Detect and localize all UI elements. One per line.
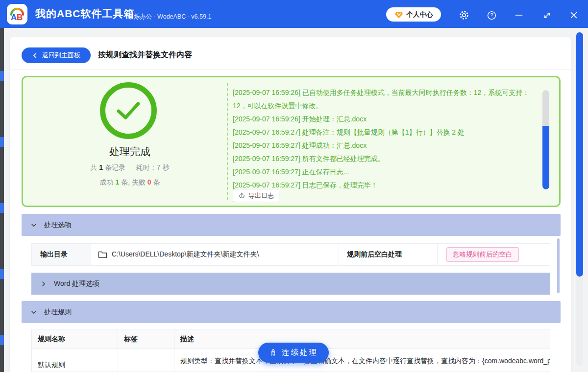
vip-gem-icon (394, 10, 403, 19)
column-header-rule-name: 规则名称 (32, 329, 118, 349)
header-divider (10, 70, 571, 70)
result-summary-line: 共 1 条记录 耗时：7 秒 (23, 163, 237, 172)
log-line: [2025-09-07 16:59:27] 正在保存日志... (233, 165, 542, 179)
success-count: 1 (115, 178, 119, 186)
chevron-left-icon (32, 52, 38, 59)
continue-button-label: 连续处理 (282, 348, 318, 358)
ab-logo-icon: A B (9, 6, 25, 23)
minimize-button[interactable] (514, 10, 524, 21)
close-icon (569, 10, 579, 20)
app-subtitle: 核烁办公 - WodeABC - v6.59.1 (127, 13, 211, 21)
app-title: 我的ABC软件工具箱 (35, 7, 135, 21)
section-word-options[interactable]: Word 处理选项 (31, 273, 550, 295)
success-check-icon (100, 82, 157, 139)
result-panel: 处理完成 共 1 条记录 耗时：7 秒 成功 1 条, 失败 0 条 [2025… (22, 76, 561, 207)
chevron-down-icon (31, 309, 37, 315)
svg-text:B: B (17, 13, 23, 22)
fail-count: 0 (147, 178, 151, 186)
whitespace-tag-cell: 忽略规则前后的空白 (437, 244, 550, 265)
user-center-label: 个人中心 (407, 10, 433, 19)
rocket-icon (269, 349, 277, 357)
log-scrollbar-track (542, 90, 549, 126)
log-line: [2025-09-07 16:59:27] 处理成功：汇总.docx (233, 139, 542, 152)
main-scrollbar[interactable] (576, 32, 583, 366)
question-circle-icon: ? (487, 10, 497, 21)
app-logo: A B (7, 4, 27, 24)
log-line: [2025-09-07 16:59:27] 处理备注：规则【批量规则（第【1】行… (233, 126, 542, 139)
title-bar: A B 我的ABC软件工具箱 核烁办公 - WodeABC - v6.59.1 … (0, 0, 588, 28)
continue-processing-button[interactable]: 连续处理 (258, 343, 329, 363)
rule-description-cell: 规则类型：查找并替换文本，查找类型：批量精确文本，在文件内容中逐行查找替换，查找… (174, 349, 550, 372)
result-status: 处理完成 (23, 145, 237, 159)
svg-text:A: A (11, 13, 17, 22)
maximize-button[interactable] (541, 10, 552, 21)
back-to-dashboard-button[interactable]: 返回到主面板 (22, 47, 91, 63)
output-directory-row: 输出目录 C:\Users\DELL\Desktop\新建文件夹\新建文件夹\ … (31, 243, 550, 266)
export-log-label: 导出日志 (248, 191, 274, 200)
output-directory-value[interactable]: C:\Users\DELL\Desktop\新建文件夹\新建文件夹\ (91, 244, 339, 265)
help-button[interactable]: ? (486, 10, 497, 21)
close-button[interactable] (568, 10, 579, 21)
log-line: [2025-09-07 16:59:26] 已自动使用多任务处理模式，当前最大同… (233, 86, 542, 113)
minus-icon (514, 10, 524, 20)
rule-tag-cell (118, 349, 174, 372)
column-header-description: 描述 (174, 329, 550, 349)
panel-divider (227, 83, 228, 200)
page-title: 按规则查找并替换文件内容 (98, 50, 192, 60)
background-window-strip (0, 28, 4, 372)
chevron-right-icon (41, 281, 47, 287)
result-detail-line: 成功 1 条, 失败 0 条 (23, 178, 237, 187)
whitespace-handling-label: 规则前后空白处理 (339, 244, 437, 265)
log-lines: [2025-09-07 16:59:26] 已自动使用多任务处理模式，当前最大同… (233, 86, 542, 192)
settings-button[interactable] (459, 10, 469, 21)
user-center-button[interactable]: 个人中心 (386, 7, 441, 22)
log-scrollbar-thumb[interactable] (542, 126, 549, 189)
rule-name-cell: 默认规则 (32, 349, 118, 372)
section-title: 处理选项 (44, 221, 72, 230)
log-scrollbar[interactable] (542, 90, 549, 189)
export-log-button[interactable]: 导出日志 (233, 189, 279, 202)
elapsed-time: 耗时：7 秒 (136, 163, 170, 171)
log-line: [2025-09-07 16:59:26] 开始处理：汇总.docx (233, 113, 542, 126)
log-line: [2025-09-07 16:59:27] 所有文件都已经处理完成。 (233, 152, 542, 165)
back-button-label: 返回到主面板 (42, 51, 80, 60)
column-header-tag: 标签 (118, 329, 174, 349)
section-processing-rules[interactable]: 处理规则 (22, 301, 561, 323)
svg-text:?: ? (490, 12, 493, 18)
section-title: Word 处理选项 (54, 279, 99, 288)
chevron-down-icon (31, 222, 37, 228)
output-directory-label: 输出目录 (32, 244, 91, 265)
gear-icon (459, 10, 469, 21)
ignore-whitespace-tag[interactable]: 忽略规则前后的空白 (446, 247, 519, 262)
upload-circle-icon (238, 192, 245, 199)
output-directory-path: C:\Users\DELL\Desktop\新建文件夹\新建文件夹\ (112, 250, 259, 259)
section-processing-options[interactable]: 处理选项 (22, 214, 561, 236)
main-scrollbar-thumb[interactable] (576, 32, 583, 277)
diagonal-arrows-icon (542, 11, 552, 20)
options-scrollbar[interactable] (557, 238, 560, 293)
section-title: 处理规则 (44, 308, 72, 317)
main-panel: 返回到主面板 按规则查找并替换文件内容 处理完成 共 1 条记录 耗时：7 秒 … (10, 37, 571, 372)
total-count: 1 (99, 163, 103, 171)
folder-open-icon (98, 251, 107, 258)
